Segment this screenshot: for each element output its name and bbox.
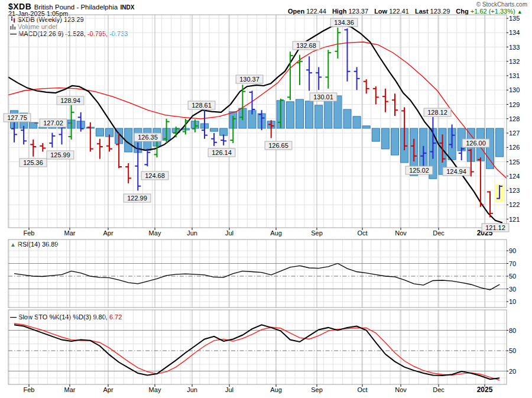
svg-text:125.99: 125.99: [50, 151, 70, 158]
axis-tick-label: Aug: [270, 386, 282, 393]
ohlc-bar: [373, 86, 379, 104]
price-annotation: 128.61: [188, 101, 215, 109]
stockcharts-page: $XDB British Pound - Philadelphia INDX 2…: [0, 0, 532, 398]
price-annotation: 130.01: [310, 93, 337, 101]
axis-tick-label: Sep: [311, 229, 323, 237]
price-annotation: 125.02: [406, 166, 433, 174]
macd-bar: [343, 109, 351, 128]
axis-tick-label: 10: [509, 298, 516, 305]
axis-tick-label: 129: [509, 101, 520, 108]
axis-tick-label: Mar: [64, 229, 76, 237]
ohlc-bar: [297, 55, 303, 85]
price-annotation: 126.35: [134, 133, 161, 141]
price-annotation: 128.94: [57, 96, 84, 105]
svg-text:130.37: 130.37: [239, 76, 259, 83]
axis-tick-label: 135: [509, 15, 520, 22]
chart-canvas: 1351341331321311301291281271261251241231…: [0, 0, 532, 398]
axis-tick-label: 132: [509, 58, 520, 65]
ohlc-bar: [125, 163, 131, 183]
ohlc-bar: [49, 133, 55, 148]
axis-tick-label: Feb: [24, 229, 35, 237]
svg-text:128.94: 128.94: [60, 97, 80, 104]
macd-bar: [315, 105, 323, 128]
price-annotation: 132.68: [293, 41, 320, 50]
macd-bar: [486, 128, 494, 169]
macd-bar: [306, 101, 313, 128]
ohlc-bar: [382, 89, 388, 112]
price-annotation: 124.68: [141, 172, 168, 180]
macd-bar: [96, 128, 103, 136]
svg-text:126.14: 126.14: [212, 149, 232, 156]
macd-bar: [362, 126, 370, 128]
axis-tick-label: Mar: [64, 386, 76, 393]
axis-tick-label: 130: [509, 86, 520, 93]
ohlc-bar: [21, 126, 27, 145]
price-annotation: 126.00: [462, 139, 489, 147]
axis-tick-label: Jul: [225, 386, 233, 393]
axis-tick-label: Oct: [357, 229, 367, 237]
axis-tick-label: 123: [509, 187, 520, 194]
ohlc-bar: [220, 134, 226, 145]
svg-text:127.75: 127.75: [7, 114, 27, 121]
panel-borders: [8, 15, 507, 384]
price-annotation: 127.75: [4, 114, 31, 122]
ohlc-bar: [335, 28, 340, 59]
gridlines: [8, 15, 507, 384]
axis-tick-label: May: [149, 386, 161, 393]
axis-tick-label: Jun: [187, 229, 197, 237]
axis-tick-label: Dec: [433, 229, 445, 237]
axis-tick-label: Apr: [103, 229, 113, 237]
macd-bar: [210, 128, 218, 131]
svg-text:124.94: 124.94: [446, 168, 466, 175]
axis-tick-label: Nov: [395, 229, 407, 237]
svg-text:134.36: 134.36: [334, 19, 354, 26]
axis-tick-label: Jul: [225, 229, 233, 237]
macd-bar: [381, 128, 389, 149]
axis-tick-label: 121: [509, 216, 520, 223]
axis-tick-label: 127: [509, 130, 520, 137]
svg-text:126.65: 126.65: [268, 142, 288, 149]
macd-bar: [353, 117, 361, 128]
svg-text:132.68: 132.68: [296, 42, 316, 49]
ohlc-bar: [97, 139, 103, 159]
axis-tick-label: 134: [509, 29, 520, 36]
axis-tick-label: 80: [509, 327, 516, 334]
axis-tick-label: 70: [509, 260, 516, 267]
macd-bar: [220, 128, 228, 135]
ohlc-bar: [345, 28, 351, 82]
ohlc-bar: [392, 93, 398, 116]
ohlc-bar: [354, 67, 360, 90]
axis-tick-label: 128: [509, 115, 520, 122]
svg-text:125.36: 125.36: [23, 159, 43, 166]
price-annotation: 122.99: [124, 194, 151, 202]
price-annotation: 127.02: [34, 119, 72, 127]
axis-tick-label: Nov: [395, 386, 407, 393]
macd-bar: [286, 102, 294, 128]
axis-tick-label: 50: [509, 273, 516, 280]
ohlc-bar: [106, 134, 112, 151]
macd-bar: [296, 99, 304, 128]
svg-text:127.02: 127.02: [43, 119, 63, 127]
macd-bar: [391, 128, 399, 155]
svg-text:128.12: 128.12: [427, 109, 447, 116]
svg-text:130.01: 130.01: [313, 93, 333, 101]
price-annotation: 126.65: [265, 141, 292, 150]
axis-tick-label: 30: [509, 286, 516, 293]
axis-tick-label: 124: [509, 173, 520, 180]
axis-tick-label: Jun: [187, 386, 197, 393]
indicator-reference-lines: [8, 264, 507, 371]
axis-tick-label: Aug: [270, 229, 282, 237]
macd-bar: [325, 98, 332, 128]
axis-tick-label: 90: [509, 247, 516, 254]
axis-tick-label: 131: [509, 72, 520, 79]
axis-tick-label: 2025: [477, 386, 493, 394]
ohlc-bar: [30, 140, 36, 157]
ohlc-bar: [325, 50, 331, 88]
axis-tick-label: 125: [509, 158, 520, 166]
svg-text:128.61: 128.61: [192, 102, 212, 109]
axis-tick-label: Apr: [103, 386, 113, 393]
axis-tick-label: 122: [509, 201, 520, 208]
svg-text:124.68: 124.68: [145, 172, 165, 179]
axis-tick-label: 126: [509, 144, 520, 151]
price-annotation: 130.37: [236, 75, 263, 83]
